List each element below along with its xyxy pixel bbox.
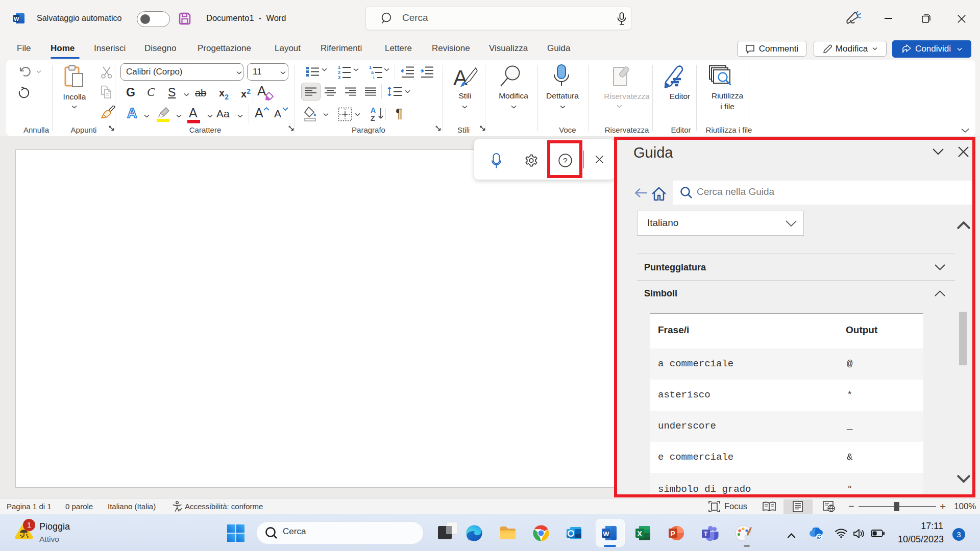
svg-text:i: i: [373, 75, 375, 79]
svg-text:1: 1: [369, 65, 372, 70]
svg-text:P: P: [671, 530, 675, 538]
svg-text:3: 3: [338, 75, 340, 79]
svg-text:1: 1: [338, 65, 340, 70]
svg-text:2: 2: [338, 70, 340, 75]
svg-text:Z: Z: [371, 114, 375, 121]
svg-text:a: a: [371, 70, 374, 75]
svg-text:A: A: [453, 66, 468, 89]
svg-text:A: A: [371, 106, 376, 114]
svg-text:W: W: [14, 16, 19, 22]
svg-text:T: T: [704, 531, 708, 538]
svg-text:W: W: [603, 530, 609, 538]
svg-text:X: X: [638, 530, 643, 538]
